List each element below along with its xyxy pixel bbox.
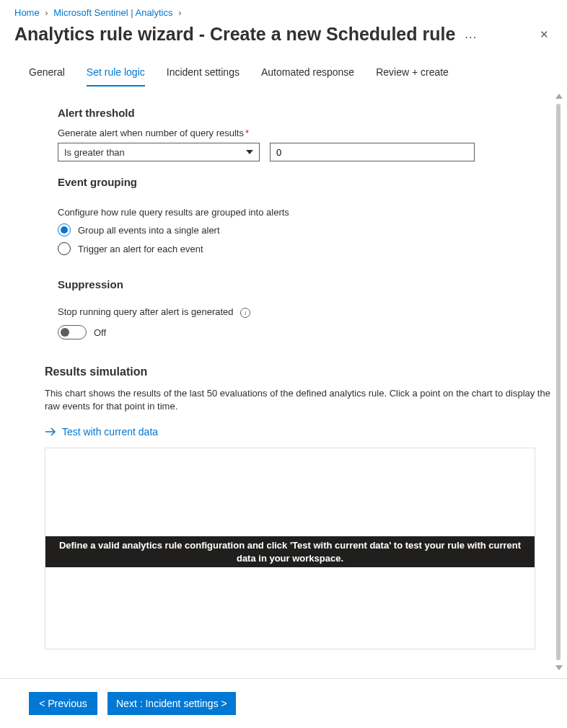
close-icon: ✕ — [540, 28, 549, 41]
content-scroll: Alert threshold Generate alert when numb… — [0, 94, 567, 670]
event-grouping-desc: Configure how rule query results are gro… — [58, 207, 553, 218]
wizard-footer: < Previous Next : Incident settings > — [0, 678, 567, 728]
radio-group-single-alert[interactable]: Group all events into a single alert — [58, 223, 553, 236]
breadcrumb: Home › Microsoft Sentinel | Analytics › — [0, 0, 567, 24]
chart-empty-banner: Define a valid analytics rule configurat… — [45, 536, 535, 567]
breadcrumb-home[interactable]: Home — [14, 7, 40, 18]
suppression-toggle[interactable] — [58, 325, 87, 339]
required-asterisk: * — [245, 128, 249, 138]
operator-select[interactable]: Is greater than — [58, 143, 260, 161]
section-event-grouping: Event grouping — [58, 176, 553, 188]
chevron-right-icon: › — [45, 7, 48, 18]
scroll-up-icon — [555, 94, 563, 99]
radio-label: Group all events into a single alert — [78, 225, 220, 236]
tab-bar: General Set rule logic Incident settings… — [0, 58, 567, 86]
chevron-right-icon: › — [178, 7, 181, 18]
suppression-label: Stop running query after alert is genera… — [58, 306, 553, 318]
tab-automated-response[interactable]: Automated response — [261, 58, 354, 86]
results-simulation-desc: This chart shows the results of the last… — [45, 387, 553, 413]
scroll-down-icon — [555, 665, 563, 670]
suppression-label-text: Stop running query after alert is genera… — [58, 306, 234, 317]
chevron-down-icon — [246, 150, 253, 154]
alert-threshold-label: Generate alert when number of query resu… — [58, 128, 553, 138]
toggle-state-label: Off — [94, 327, 106, 338]
scroll-thumb[interactable] — [556, 104, 561, 660]
page-title: Analytics rule wizard - Create a new Sch… — [14, 24, 455, 45]
info-icon[interactable]: i — [240, 308, 250, 318]
section-suppression: Suppression — [58, 278, 553, 290]
arrow-right-icon — [45, 426, 56, 438]
test-link-label: Test with current data — [62, 426, 158, 438]
toggle-knob — [61, 328, 69, 337]
radio-label: Trigger an alert for each event — [78, 244, 203, 254]
close-button[interactable]: ✕ — [535, 26, 553, 43]
results-chart-placeholder: Define a valid analytics rule configurat… — [45, 448, 535, 649]
radio-icon — [58, 242, 71, 255]
section-results-simulation: Results simulation — [45, 365, 553, 378]
operator-select-value: Is greater than — [64, 147, 125, 158]
previous-button[interactable]: < Previous — [29, 692, 97, 715]
radio-trigger-each-event[interactable]: Trigger an alert for each event — [58, 242, 553, 255]
tab-review-create[interactable]: Review + create — [376, 58, 449, 86]
threshold-value-input[interactable] — [270, 143, 475, 161]
scrollbar[interactable] — [555, 94, 561, 670]
breadcrumb-sentinel[interactable]: Microsoft Sentinel | Analytics — [53, 7, 172, 18]
tab-incident-settings[interactable]: Incident settings — [167, 58, 239, 86]
radio-icon — [58, 223, 71, 236]
more-icon[interactable]: … — [464, 27, 478, 42]
test-with-current-data-link[interactable]: Test with current data — [45, 426, 553, 438]
tab-set-rule-logic[interactable]: Set rule logic — [87, 58, 145, 86]
tab-general[interactable]: General — [29, 58, 65, 86]
alert-threshold-label-text: Generate alert when number of query resu… — [58, 128, 244, 138]
section-alert-threshold: Alert threshold — [58, 107, 553, 119]
next-button[interactable]: Next : Incident settings > — [107, 692, 236, 715]
